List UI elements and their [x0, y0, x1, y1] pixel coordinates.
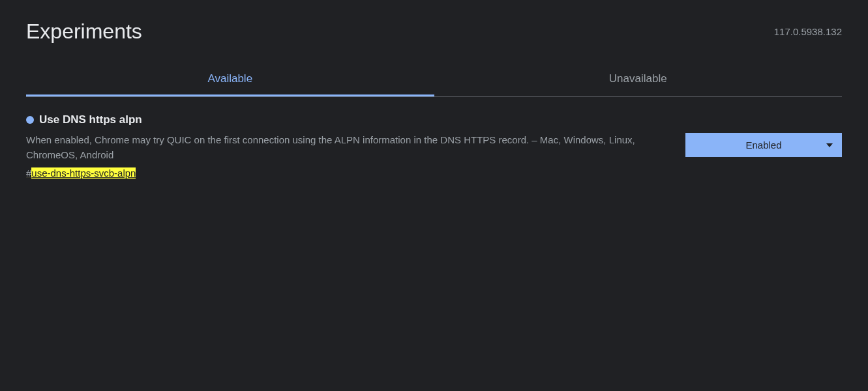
status-dot-icon: [26, 116, 34, 124]
flag-title: Use DNS https alpn: [39, 113, 142, 126]
flag-title-row: Use DNS https alpn: [26, 113, 666, 126]
flag-anchor-link[interactable]: #use-dns-https-svcb-alpn: [26, 167, 136, 179]
flag-item: Use DNS https alpn When enabled, Chrome …: [26, 113, 842, 179]
tabs: Available Unavailable: [26, 63, 842, 97]
tab-available[interactable]: Available: [26, 63, 434, 96]
flag-description: When enabled, Chrome may try QUIC on the…: [26, 133, 646, 162]
page-title: Experiments: [26, 20, 142, 44]
chevron-down-icon: [826, 143, 833, 147]
tab-unavailable[interactable]: Unavailable: [434, 63, 843, 96]
header: Experiments 117.0.5938.132: [26, 20, 842, 44]
dropdown-selected-value: Enabled: [697, 139, 830, 151]
flag-content: Use DNS https alpn When enabled, Chrome …: [26, 113, 666, 179]
flag-status-dropdown[interactable]: Enabled: [685, 133, 842, 157]
version-label: 117.0.5938.132: [774, 26, 842, 37]
flag-anchor-text: use-dns-https-svcb-alpn: [31, 167, 136, 179]
